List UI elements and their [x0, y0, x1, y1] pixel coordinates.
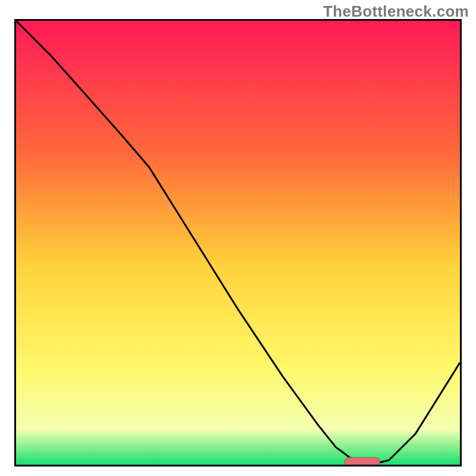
bottleneck-curve-svg: [16, 21, 460, 465]
optimal-marker: [345, 458, 380, 465]
chart-frame: TheBottleneck.com: [0, 0, 476, 476]
watermark-text: TheBottleneck.com: [323, 2, 469, 21]
plot-area: [14, 19, 462, 466]
heatmap-gradient-background: [16, 21, 460, 465]
